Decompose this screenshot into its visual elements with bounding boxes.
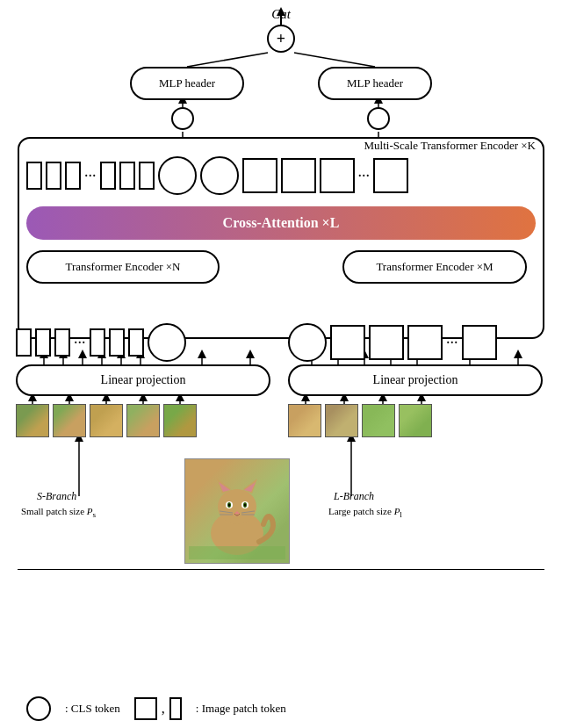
dots: ··· (74, 334, 86, 352)
image-patch (362, 404, 395, 437)
svg-rect-95 (189, 546, 285, 559)
cls-token-left-top (171, 107, 194, 130)
plus-circle: + (267, 25, 295, 53)
cls-token (158, 156, 197, 195)
transformer-encoder-n: Transformer Encoder ×N (26, 250, 220, 284)
divider-line (18, 569, 544, 570)
dots: ··· (446, 334, 458, 352)
transformer-encoder-m: Transformer Encoder ×M (342, 250, 527, 284)
token-row-lower-right: ··· (288, 323, 497, 362)
patch-token (128, 328, 144, 357)
patch-token (109, 328, 125, 357)
legend-rect-thin (169, 697, 182, 720)
cls-token-lower-left (148, 323, 186, 362)
s-branch-label: S-Branch (37, 490, 76, 503)
legend-patch-group: , (134, 697, 182, 720)
cross-attention-bar: Cross-Attention ×L (26, 206, 536, 240)
patch-token-large (281, 158, 316, 193)
cls-token-lower-right (288, 323, 327, 362)
image-patch (16, 404, 49, 437)
transformer-encoder-label: Multi-Scale Transformer Encoder ×K (364, 139, 536, 153)
large-patch-size-label: Large patch size Pl (328, 506, 402, 519)
small-patch-size-label: Small patch size Ps (21, 506, 96, 519)
legend-cls-label: : CLS token (65, 702, 120, 716)
cat-image (184, 458, 290, 564)
patch-token (46, 162, 61, 190)
svg-marker-55 (514, 350, 522, 358)
svg-line-3 (294, 53, 375, 67)
image-patch (126, 404, 160, 437)
patch-token-large (242, 158, 277, 193)
image-patch (325, 404, 358, 437)
legend-patch-label: : Image patch token (196, 702, 286, 716)
dots: ··· (84, 167, 97, 185)
svg-line-2 (187, 53, 268, 67)
svg-marker-39 (198, 350, 206, 358)
legend: : CLS token , : Image patch token (26, 696, 286, 721)
legend-cls-circle (26, 696, 51, 721)
legend-rect-square (134, 697, 157, 720)
linear-projection-left: Linear projection (16, 364, 270, 396)
svg-marker-41 (246, 350, 255, 358)
patch-token (54, 328, 70, 357)
linear-projection-right: Linear projection (288, 364, 543, 396)
svg-point-88 (228, 504, 230, 507)
patch-token (139, 162, 155, 190)
patch-token (26, 162, 42, 190)
mlp-header-left: MLP header (130, 67, 244, 100)
patches-left (16, 404, 197, 437)
cls-token-right-top (367, 107, 390, 130)
diagram-container: Cat + MLP header MLP header Multi-Scale … (0, 0, 562, 728)
image-patch (399, 404, 432, 437)
patch-token (35, 328, 51, 357)
patch-token-large (373, 158, 408, 193)
image-patch (90, 404, 123, 437)
svg-point-89 (244, 504, 246, 507)
patch-token-large (320, 158, 355, 193)
image-patch (163, 404, 197, 437)
token-row-lower-left: ··· (16, 323, 186, 362)
patch-token-large (407, 325, 443, 360)
image-patch (288, 404, 321, 437)
l-branch-label: L-Branch (334, 490, 374, 503)
dots: ··· (358, 167, 371, 185)
patch-token-large (330, 325, 365, 360)
patch-token (90, 328, 105, 357)
patch-token-large (369, 325, 404, 360)
svg-point-79 (218, 489, 256, 524)
cat-label: Cat (271, 7, 291, 22)
patches-right (288, 404, 432, 437)
patch-token (119, 162, 135, 190)
comma: , (162, 701, 165, 717)
patch-token (100, 162, 116, 190)
patch-token (16, 328, 32, 357)
patch-token-large (462, 325, 497, 360)
cls-token (200, 156, 239, 195)
image-patch (53, 404, 86, 437)
token-row-top: ··· ··· (26, 156, 408, 195)
patch-token (65, 162, 81, 190)
mlp-header-right: MLP header (318, 67, 432, 100)
